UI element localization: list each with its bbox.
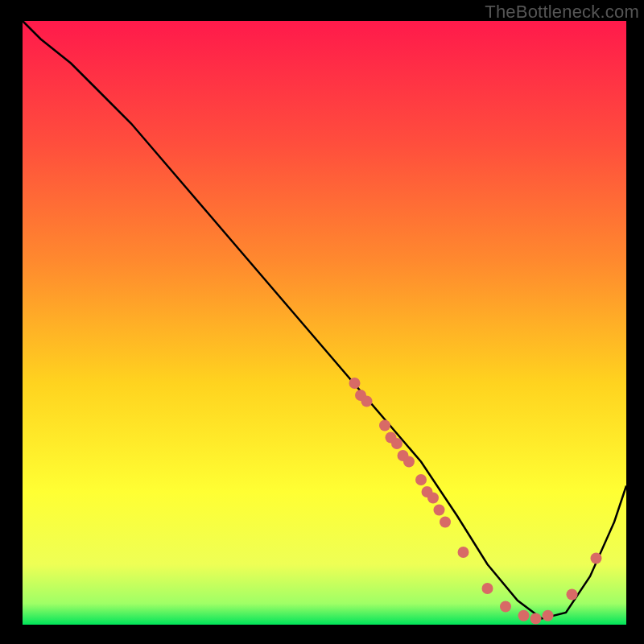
data-marker — [427, 493, 439, 504]
data-marker — [434, 505, 445, 516]
data-marker — [440, 517, 451, 528]
chart-container: TheBottleneck.com — [0, 0, 644, 644]
data-marker — [349, 378, 361, 389]
data-marker — [518, 610, 530, 621]
data-marker — [415, 474, 427, 485]
data-marker — [361, 396, 373, 407]
data-marker — [530, 613, 542, 625]
data-marker — [591, 553, 602, 564]
data-marker — [500, 601, 511, 613]
data-marker — [543, 610, 554, 621]
bottleneck-chart — [0, 0, 644, 644]
data-marker — [379, 420, 390, 431]
data-marker — [403, 456, 415, 468]
watermark-text: TheBottleneck.com — [485, 2, 639, 23]
data-marker — [391, 438, 402, 449]
data-marker — [458, 547, 469, 558]
data-marker — [482, 583, 493, 594]
data-marker — [567, 589, 578, 601]
plot-background — [23, 21, 626, 625]
